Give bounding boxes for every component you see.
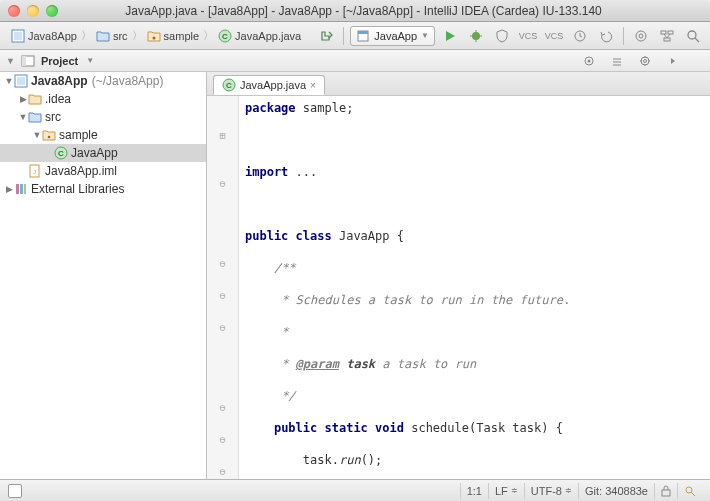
code-content[interactable]: package sample; import ... public class … [239, 96, 710, 479]
collapse-all-button[interactable] [606, 51, 628, 71]
svg-rect-40 [662, 490, 670, 496]
read-only-toggle[interactable] [654, 483, 677, 499]
fold-marker-icon[interactable]: ⊞ [207, 128, 238, 144]
vcs-history-button[interactable] [569, 26, 591, 46]
breadcrumb-src: src [113, 30, 128, 42]
run-config-select[interactable]: JavaApp ▼ [350, 26, 435, 46]
settings-button[interactable] [630, 26, 652, 46]
status-icon[interactable] [8, 484, 22, 498]
project-tool-panel-header: ▼ Project ▼ [0, 50, 710, 72]
fold-marker-icon[interactable]: ⊖ [207, 176, 238, 192]
chevron-down-icon[interactable]: ▼ [86, 56, 94, 65]
chevron-right-icon: 〉 [81, 28, 92, 43]
svg-line-21 [695, 38, 699, 42]
line-separator-select[interactable]: LF≑ [488, 483, 524, 499]
expand-arrow-icon[interactable]: ▼ [4, 76, 14, 86]
svg-point-7 [472, 32, 480, 40]
svg-rect-37 [24, 184, 26, 194]
editor-tabs: C JavaApp.java × [207, 72, 710, 96]
main-area: ▼ Java8App (~/Java8App) ▶ .idea ▼ src ▼ … [0, 72, 710, 479]
coverage-button[interactable] [491, 26, 513, 46]
tree-idea-folder[interactable]: ▶ .idea [0, 90, 206, 108]
tree-javaapp-label: JavaApp [71, 146, 118, 160]
svg-text:C: C [222, 32, 228, 41]
window-titlebar: JavaApp.java - [Java8App] - Java8App - [… [0, 0, 710, 22]
expand-arrow-icon[interactable]: ▼ [18, 112, 28, 122]
project-tool-label: Project [41, 55, 78, 67]
status-bar: 1:1 LF≑ UTF-8≑ Git: 340883e [0, 479, 710, 501]
editor-gutter[interactable]: ⊞ ⊖ ⊖ ⊖ ⊖ ⊖ ⊖ ⊖ [207, 96, 239, 479]
svg-rect-6 [358, 31, 368, 34]
editor-tab-javaapp[interactable]: C JavaApp.java × [213, 75, 325, 95]
expand-arrow-icon[interactable]: ▶ [18, 94, 28, 104]
scroll-from-source-button[interactable] [578, 51, 600, 71]
run-button[interactable] [439, 26, 461, 46]
tree-root-label: Java8App [31, 74, 88, 88]
fold-marker-icon[interactable]: ⊖ [207, 320, 238, 336]
close-traffic-light[interactable] [8, 5, 20, 17]
tree-module-root[interactable]: ▼ Java8App (~/Java8App) [0, 72, 206, 90]
tree-javaapp-class[interactable]: C JavaApp [0, 144, 206, 162]
window-title: JavaApp.java - [Java8App] - Java8App - [… [65, 4, 702, 18]
svg-line-19 [667, 34, 670, 38]
package-icon [42, 128, 56, 142]
hide-tool-button[interactable] [662, 51, 684, 71]
breadcrumb[interactable]: Java8App 〉 src 〉 sample 〉 C JavaApp.java [6, 26, 306, 45]
fold-marker-icon[interactable]: ⊖ [207, 432, 238, 448]
make-button[interactable] [315, 26, 337, 46]
project-tree[interactable]: ▼ Java8App (~/Java8App) ▶ .idea ▼ src ▼ … [0, 72, 207, 479]
vcs-update-button[interactable]: VCS [517, 26, 539, 46]
expand-arrow-icon[interactable]: ▶ [4, 184, 14, 194]
module-icon [11, 29, 25, 43]
tree-src-folder[interactable]: ▼ src [0, 108, 206, 126]
structure-button[interactable] [656, 26, 678, 46]
git-branch[interactable]: Git: 340883e [578, 483, 654, 499]
vcs-revert-button[interactable] [595, 26, 617, 46]
main-toolbar: Java8App 〉 src 〉 sample 〉 C JavaApp.java… [0, 22, 710, 50]
chevron-right-icon: 〉 [203, 28, 214, 43]
tree-iml-label: Java8App.iml [45, 164, 117, 178]
find-button[interactable] [682, 26, 704, 46]
svg-rect-1 [14, 32, 22, 40]
vcs-commit-button[interactable]: VCS [543, 26, 565, 46]
inspections-indicator[interactable] [677, 483, 702, 499]
caret-position[interactable]: 1:1 [460, 483, 488, 499]
svg-rect-16 [668, 31, 673, 34]
chevron-down-icon[interactable]: ▼ [6, 56, 15, 66]
zoom-traffic-light[interactable] [46, 5, 58, 17]
svg-point-20 [688, 31, 696, 39]
tree-iml-file[interactable]: J Java8App.iml [0, 162, 206, 180]
tool-settings-button[interactable] [634, 51, 656, 71]
fold-marker-icon[interactable]: ⊖ [207, 400, 238, 416]
fold-marker-icon[interactable]: ⊖ [207, 256, 238, 272]
svg-point-26 [641, 57, 649, 65]
fold-marker-icon[interactable]: ⊖ [207, 464, 238, 479]
svg-rect-35 [16, 184, 19, 194]
svg-point-13 [636, 31, 646, 41]
debug-button[interactable] [465, 26, 487, 46]
folder-icon [28, 92, 42, 106]
svg-point-14 [639, 34, 643, 38]
code-editor[interactable]: ⊞ ⊖ ⊖ ⊖ ⊖ ⊖ ⊖ ⊖ package sample; import .… [207, 96, 710, 479]
fold-marker-icon[interactable]: ⊖ [207, 288, 238, 304]
libraries-icon [14, 182, 28, 196]
iml-file-icon: J [28, 164, 42, 178]
close-tab-icon[interactable]: × [310, 80, 316, 91]
chevron-down-icon: ▼ [421, 31, 429, 40]
class-icon: C [54, 146, 68, 160]
tree-external-libraries[interactable]: ▶ External Libraries [0, 180, 206, 198]
breadcrumb-root: Java8App [28, 30, 77, 42]
minimize-traffic-light[interactable] [27, 5, 39, 17]
expand-arrow-icon[interactable]: ▼ [32, 130, 42, 140]
tree-sample-package[interactable]: ▼ sample [0, 126, 206, 144]
chevron-right-icon: 〉 [132, 28, 143, 43]
class-icon: C [222, 78, 236, 92]
encoding-select[interactable]: UTF-8≑ [524, 483, 578, 499]
editor-tab-label: JavaApp.java [240, 79, 306, 91]
svg-text:J: J [33, 169, 36, 175]
svg-point-30 [48, 136, 51, 139]
breadcrumb-sample: sample [164, 30, 199, 42]
svg-rect-23 [22, 56, 26, 66]
svg-rect-15 [661, 31, 666, 34]
tree-sample-label: sample [59, 128, 98, 142]
